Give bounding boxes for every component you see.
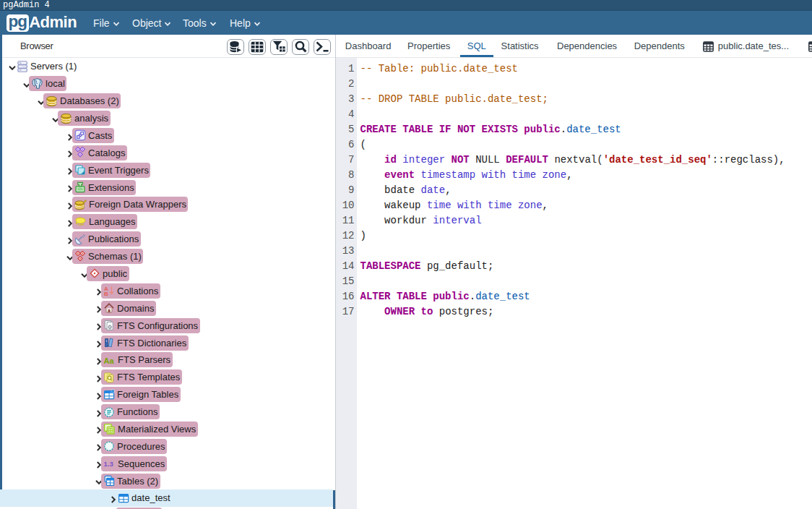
svg-text:B: B	[104, 291, 108, 296]
svg-text:1.3: 1.3	[104, 460, 113, 468]
svg-text:Aa: Aa	[104, 356, 115, 364]
